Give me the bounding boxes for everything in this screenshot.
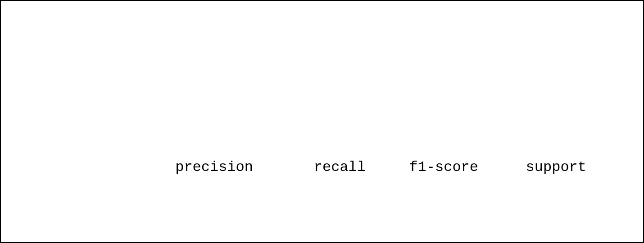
header-support: support [478, 157, 586, 178]
classification-report: precision recall f1-score support 0 1.00… [5, 92, 625, 243]
header-row: precision recall f1-score support [5, 157, 625, 178]
header-precision: precision [141, 157, 253, 178]
header-f1: f1-score [366, 157, 478, 178]
header-recall: recall [253, 157, 366, 178]
